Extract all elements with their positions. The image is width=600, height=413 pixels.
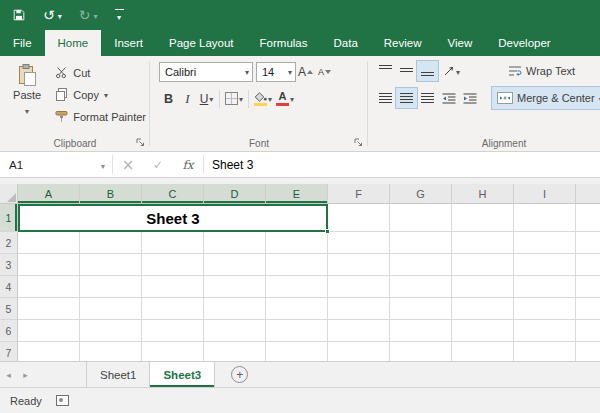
font-size-combo[interactable]: 14 [256, 62, 296, 82]
row-header-3[interactable]: 3 [0, 254, 18, 276]
cell[interactable] [390, 320, 452, 342]
redo-button[interactable] [79, 8, 98, 22]
align-center-button[interactable] [396, 88, 417, 108]
tab-page-layout[interactable]: Page Layout [156, 30, 247, 56]
cell[interactable] [266, 232, 328, 254]
cell[interactable] [18, 298, 80, 320]
bold-button[interactable]: B [159, 88, 178, 109]
cell[interactable] [328, 254, 390, 276]
tab-data[interactable]: Data [321, 30, 371, 56]
italic-button[interactable]: I [178, 88, 197, 109]
font-color-dropdown-icon[interactable] [290, 92, 294, 105]
row-header-5[interactable]: 5 [0, 298, 18, 320]
cell[interactable] [576, 232, 600, 254]
cell[interactable] [80, 298, 142, 320]
borders-dropdown-icon[interactable] [239, 92, 243, 105]
row-header-2[interactable]: 2 [0, 232, 18, 254]
font-dialog-launcher-icon[interactable] [354, 138, 364, 148]
column-header-i[interactable]: I [514, 184, 576, 204]
cell-h1[interactable] [452, 204, 514, 232]
fill-handle[interactable] [325, 229, 330, 234]
macro-record-icon[interactable] [56, 395, 69, 406]
cell[interactable] [80, 232, 142, 254]
cell[interactable] [576, 276, 600, 298]
column-header-g[interactable]: G [390, 184, 452, 204]
cell[interactable] [390, 298, 452, 320]
tab-view[interactable]: View [435, 30, 486, 56]
borders-button[interactable] [223, 88, 245, 109]
underline-button[interactable]: U [197, 88, 216, 109]
row-header-6[interactable]: 6 [0, 320, 18, 342]
active-cell-a1-merged[interactable]: Sheet 3 [18, 204, 328, 232]
cell[interactable] [18, 342, 80, 361]
tab-formulas[interactable]: Formulas [247, 30, 321, 56]
font-name-combo[interactable]: Calibri [159, 62, 253, 82]
cell[interactable] [328, 298, 390, 320]
tab-home[interactable]: Home [45, 30, 102, 56]
paste-button[interactable]: Paste [6, 60, 48, 127]
cell[interactable] [204, 276, 266, 298]
cell[interactable] [266, 254, 328, 276]
cell[interactable] [328, 320, 390, 342]
sheet-nav-left-icon[interactable] [0, 362, 17, 387]
cell[interactable] [18, 254, 80, 276]
name-box[interactable]: A1 [0, 152, 112, 177]
column-header-h[interactable]: H [452, 184, 514, 204]
copy-dropdown-icon[interactable] [104, 88, 108, 101]
cell[interactable] [204, 232, 266, 254]
column-header-e[interactable]: E [266, 184, 328, 204]
align-bottom-button[interactable] [417, 61, 438, 81]
row-header-7[interactable]: 7 [0, 342, 18, 361]
cell[interactable] [18, 276, 80, 298]
column-header-d[interactable]: D [204, 184, 266, 204]
row-header-1[interactable]: 1 [0, 204, 18, 232]
cell[interactable] [390, 232, 452, 254]
cell[interactable] [576, 320, 600, 342]
cell[interactable] [266, 320, 328, 342]
cell-i1[interactable] [514, 204, 576, 232]
cell[interactable] [514, 320, 576, 342]
cut-button[interactable]: Cut [55, 62, 146, 83]
cell[interactable] [452, 232, 514, 254]
cell[interactable] [142, 254, 204, 276]
cell[interactable] [266, 342, 328, 361]
cell[interactable] [452, 298, 514, 320]
cell[interactable] [18, 320, 80, 342]
customize-quick-access-icon[interactable] [115, 9, 124, 22]
merge-center-button[interactable]: Merge & Center [492, 87, 600, 109]
save-icon[interactable] [12, 8, 26, 22]
increase-indent-button[interactable] [459, 88, 480, 108]
align-right-button[interactable] [417, 88, 438, 108]
tab-file[interactable]: File [0, 30, 45, 56]
tab-review[interactable]: Review [371, 30, 435, 56]
cell[interactable] [80, 320, 142, 342]
column-header-b[interactable]: B [80, 184, 142, 204]
cell[interactable] [576, 342, 600, 361]
cell[interactable] [514, 232, 576, 254]
grow-font-button[interactable]: A [296, 61, 315, 82]
undo-dropdown-icon[interactable] [58, 10, 62, 21]
column-header-f[interactable]: F [328, 184, 390, 204]
name-box-dropdown-icon[interactable] [101, 158, 105, 172]
cell-g1[interactable] [390, 204, 452, 232]
align-left-button[interactable] [375, 88, 396, 108]
underline-dropdown-icon[interactable] [209, 92, 213, 105]
fill-color-dropdown-icon[interactable] [268, 92, 272, 105]
sheet-tab-sheet1[interactable]: Sheet1 [86, 362, 150, 387]
column-header-c[interactable]: C [142, 184, 204, 204]
sheet-tab-sheet3[interactable]: Sheet3 [150, 362, 215, 387]
cell[interactable] [514, 298, 576, 320]
cell[interactable] [142, 298, 204, 320]
formula-input[interactable]: Sheet 3 [204, 152, 600, 177]
column-header-a[interactable]: A [18, 184, 80, 204]
cell[interactable] [576, 298, 600, 320]
cell[interactable] [452, 254, 514, 276]
cell[interactable] [142, 320, 204, 342]
row-header-4[interactable]: 4 [0, 276, 18, 298]
font-size-dropdown-icon[interactable] [288, 65, 292, 78]
cell[interactable] [452, 342, 514, 361]
orientation-dropdown-icon[interactable] [456, 65, 460, 78]
cell[interactable] [328, 342, 390, 361]
cell[interactable] [18, 232, 80, 254]
clipboard-dialog-launcher-icon[interactable] [136, 138, 146, 148]
